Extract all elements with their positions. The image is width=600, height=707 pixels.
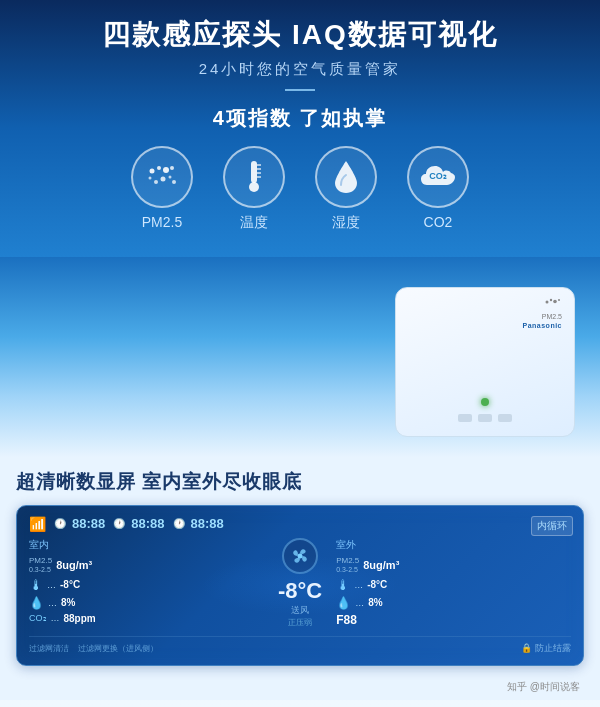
time-display-3: 🕐 88:88 xyxy=(173,516,224,531)
fan-svg xyxy=(289,545,311,567)
hum-icon-circle xyxy=(315,146,377,208)
product-buttons xyxy=(458,414,512,422)
outdoor-temp-dots: … xyxy=(354,580,363,590)
indoor-temp-icon: 🌡 xyxy=(29,577,43,593)
outdoor-hum-value: 8% xyxy=(368,597,382,608)
product-btn-2 xyxy=(478,414,492,422)
indoor-hum-row: 💧 … 8% xyxy=(29,596,264,610)
big-temp-display: -8°C xyxy=(278,578,322,604)
product-brand-code: PM2.5 xyxy=(522,313,562,320)
indoor-panel: 室内 PM2.50.3-2.5 8ug/m³ 🌡 … -8°C 💧 … 8% xyxy=(29,538,264,628)
time-display-1: 🕐 88:88 xyxy=(54,516,105,531)
indoor-temp-row: 🌡 … -8°C xyxy=(29,577,264,593)
svg-point-2 xyxy=(163,167,169,173)
product-btn-1 xyxy=(458,414,472,422)
indoor-pm-value: 8ug/m³ xyxy=(56,559,92,571)
section-label: 4项指数 了如执掌 xyxy=(20,105,580,132)
anti-fog-text: 防止结露 xyxy=(535,643,571,653)
clock-icon-3: 🕐 xyxy=(173,518,185,529)
clock-icon-2: 🕐 xyxy=(113,518,125,529)
icon-item-co2: CO₂ CO2 xyxy=(407,146,469,232)
center-panel: -8°C 送风 正压弱 xyxy=(272,538,328,628)
indoor-co2-value: 88ppm xyxy=(64,613,96,624)
indoor-hum-dots: … xyxy=(48,598,57,608)
screen-top-row: 📶 🕐 88:88 🕐 88:88 🕐 88:88 内循环 xyxy=(29,516,571,532)
middle-section: PM2.5 Panasonic xyxy=(0,257,600,457)
top-section: 四款感应探头 IAQ数据可视化 24小时您的空气质量管家 4项指数 了如执掌 P xyxy=(0,0,600,257)
indoor-co2-label: CO₂ xyxy=(29,613,47,623)
product-icon-pm25 xyxy=(522,298,562,312)
time-val-2: 88:88 xyxy=(131,516,164,531)
lock-icon: 🔒 xyxy=(521,643,532,653)
filter-clean-label: 过滤网清洁 xyxy=(29,644,69,653)
icon-item-temp: 温度 xyxy=(223,146,285,232)
time-val-3: 88:88 xyxy=(191,516,224,531)
outdoor-f-value: F88 xyxy=(336,613,357,627)
svg-rect-9 xyxy=(251,161,257,183)
indoor-co2-row: CO₂ … 88ppm xyxy=(29,613,264,624)
svg-point-5 xyxy=(154,180,158,184)
svg-point-1 xyxy=(157,166,161,170)
bottom-section: 超清晰数显屏 室内室外尽收眼底 📶 🕐 88:88 🕐 88:88 🕐 88:8… xyxy=(0,457,600,700)
fan-mode-label: 送风 xyxy=(291,604,309,617)
outdoor-pm-value: 8ug/m³ xyxy=(363,559,399,571)
icon-item-pm25: PM2.5 xyxy=(131,146,193,232)
indoor-temp-dots: … xyxy=(47,580,56,590)
temp-icon xyxy=(239,159,269,195)
product-btn-3 xyxy=(498,414,512,422)
product-device: PM2.5 Panasonic xyxy=(395,287,575,437)
indoor-temp-value: -8°C xyxy=(60,579,80,590)
svg-point-7 xyxy=(169,175,172,178)
icon-item-hum: 湿度 xyxy=(315,146,377,232)
filter-clean-text: 过滤网清洁 过滤网更换（进风侧） xyxy=(29,643,158,654)
indoor-pm-row: PM2.50.3-2.5 8ug/m³ xyxy=(29,556,264,574)
pm25-icon-circle xyxy=(131,146,193,208)
temp-label: 温度 xyxy=(240,214,268,232)
svg-point-3 xyxy=(170,166,174,170)
svg-point-4 xyxy=(149,176,152,179)
svg-point-0 xyxy=(150,168,155,173)
outdoor-hum-row: 💧 … 8% xyxy=(336,596,571,610)
time-val-1: 88:88 xyxy=(72,516,105,531)
product-brand-name: Panasonic xyxy=(522,322,562,329)
svg-point-17 xyxy=(550,298,552,300)
co2-icon: CO₂ xyxy=(419,161,457,193)
svg-text:CO₂: CO₂ xyxy=(429,171,447,181)
svg-point-18 xyxy=(553,299,557,303)
screen-main-area: 室内 PM2.50.3-2.5 8ug/m³ 🌡 … -8°C 💧 … 8% xyxy=(29,538,571,628)
indoor-hum-value: 8% xyxy=(61,597,75,608)
svg-point-19 xyxy=(558,299,560,301)
outdoor-label: 室外 xyxy=(336,538,571,552)
indoor-hum-icon: 💧 xyxy=(29,596,44,610)
fan-icon xyxy=(282,538,318,574)
outdoor-temp-icon: 🌡 xyxy=(336,577,350,593)
indoor-pm-label: PM2.50.3-2.5 xyxy=(29,556,52,574)
outdoor-hum-dots: … xyxy=(355,598,364,608)
hum-icon xyxy=(331,159,361,195)
clock-icon-1: 🕐 xyxy=(54,518,66,529)
outdoor-pm-row: PM2.50.3-2.5 8ug/m³ xyxy=(336,556,571,574)
svg-point-20 xyxy=(298,553,303,558)
svg-point-6 xyxy=(161,176,166,181)
main-title: 四款感应探头 IAQ数据可视化 xyxy=(20,18,580,52)
svg-point-16 xyxy=(546,300,549,303)
outdoor-temp-value: -8°C xyxy=(367,579,387,590)
outdoor-panel: 室外 PM2.50.3-2.5 8ug/m³ 🌡 … -8°C 💧 … 8% xyxy=(336,538,571,628)
outdoor-temp-row: 🌡 … -8°C xyxy=(336,577,571,593)
time-display-2: 🕐 88:88 xyxy=(113,516,164,531)
hum-label: 湿度 xyxy=(332,214,360,232)
icons-row: PM2.5 温度 xyxy=(20,146,580,232)
indoor-data-rows: PM2.50.3-2.5 8ug/m³ 🌡 … -8°C 💧 … 8% xyxy=(29,556,264,624)
wifi-icon: 📶 xyxy=(29,516,46,532)
co2-icon-circle: CO₂ xyxy=(407,146,469,208)
screen-bottom-row: 过滤网清洁 过滤网更换（进风侧） 🔒 防止结露 xyxy=(29,636,571,655)
outdoor-pm-label: PM2.50.3-2.5 xyxy=(336,556,359,574)
svg-point-14 xyxy=(249,182,259,192)
outdoor-f-row: F88 xyxy=(336,613,571,627)
indoor-label: 室内 xyxy=(29,538,264,552)
divider xyxy=(285,89,315,91)
svg-point-8 xyxy=(172,180,176,184)
indoor-co2-dots: … xyxy=(51,613,60,623)
temp-icon-circle xyxy=(223,146,285,208)
sub-title: 24小时您的空气质量管家 xyxy=(20,60,580,79)
